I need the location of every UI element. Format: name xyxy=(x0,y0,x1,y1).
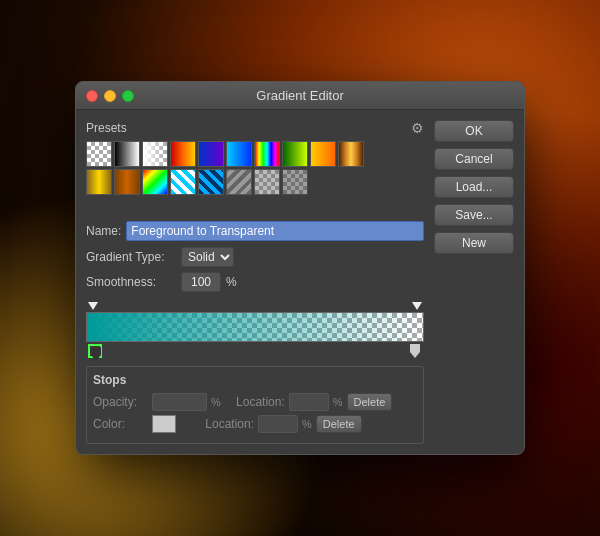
dialog-title: Gradient Editor xyxy=(256,88,343,103)
preset-swatch-dark-stripes[interactable] xyxy=(198,169,224,195)
opacity-stop-left[interactable] xyxy=(88,302,98,312)
delete-opacity-button[interactable]: Delete xyxy=(347,393,393,411)
new-button[interactable]: New xyxy=(434,232,514,254)
gradient-bar-container xyxy=(86,298,424,360)
preset-swatch-blue-purple[interactable] xyxy=(198,141,224,167)
color-stop-left-selected[interactable] xyxy=(88,344,102,358)
opacity-stop-right[interactable] xyxy=(412,302,422,312)
color-location-unit: % xyxy=(302,418,312,430)
presets-section-label: Presets ⚙ xyxy=(86,120,424,136)
titlebar: Gradient Editor xyxy=(76,82,524,110)
preset-swatch-rainbow2[interactable] xyxy=(142,169,168,195)
save-button[interactable]: Save... xyxy=(434,204,514,226)
opacity-unit: % xyxy=(211,396,221,408)
stops-title: Stops xyxy=(93,373,417,387)
minimize-button[interactable] xyxy=(104,90,116,102)
top-stops xyxy=(86,298,424,312)
opacity-location-unit: % xyxy=(333,396,343,408)
opacity-location-label: Location: xyxy=(225,395,285,409)
name-row: Name: xyxy=(86,221,424,241)
color-swatch[interactable] xyxy=(152,415,176,433)
preset-swatch-green-yellow[interactable] xyxy=(282,141,308,167)
color-stop-right[interactable] xyxy=(408,344,422,358)
preset-swatch-transparent[interactable] xyxy=(86,141,112,167)
name-label: Name: xyxy=(86,224,121,238)
bottom-stops xyxy=(86,344,424,360)
color-stop-row: Color: Location: % Delete xyxy=(93,415,417,433)
gradient-type-label: Gradient Type: xyxy=(86,250,176,264)
presets-row-2 xyxy=(86,169,424,195)
color-location-label: Location: xyxy=(194,417,254,431)
preset-swatch-stripes[interactable] xyxy=(170,169,196,195)
preset-swatch-black-white[interactable] xyxy=(114,141,140,167)
gradient-bar[interactable] xyxy=(86,312,424,342)
maximize-button[interactable] xyxy=(122,90,134,102)
stops-section: Stops Opacity: % Location: % Delete Colo… xyxy=(86,366,424,444)
gradient-type-select[interactable]: Solid xyxy=(181,247,234,267)
preset-swatch-gold[interactable] xyxy=(86,169,112,195)
gradient-type-row: Gradient Type: Solid xyxy=(86,247,424,267)
color-label: Color: xyxy=(93,417,148,431)
cancel-button[interactable]: Cancel xyxy=(434,148,514,170)
traffic-lights xyxy=(86,90,134,102)
preset-swatch-yellow-orange[interactable] xyxy=(310,141,336,167)
right-panel: OK Cancel Load... Save... New xyxy=(434,120,514,444)
presets-label: Presets xyxy=(86,121,127,135)
gear-icon[interactable]: ⚙ xyxy=(411,120,424,136)
close-button[interactable] xyxy=(86,90,98,102)
opacity-location-input[interactable] xyxy=(289,393,329,411)
preset-swatch-diagonal[interactable] xyxy=(226,169,252,195)
ok-button[interactable]: OK xyxy=(434,120,514,142)
opacity-input[interactable] xyxy=(152,393,207,411)
smoothness-unit: % xyxy=(226,275,237,289)
preset-swatch-white-transparent[interactable] xyxy=(142,141,168,167)
opacity-stop-row: Opacity: % Location: % Delete xyxy=(93,393,417,411)
presets-row-1 xyxy=(86,141,424,167)
preset-swatch-red-orange[interactable] xyxy=(170,141,196,167)
delete-color-button[interactable]: Delete xyxy=(316,415,362,433)
preset-swatch-cyan-blue[interactable] xyxy=(226,141,252,167)
gradient-editor-dialog: Gradient Editor Presets ⚙ xyxy=(75,81,525,455)
smoothness-label: Smoothness: xyxy=(86,275,176,289)
left-panel: Presets ⚙ xyxy=(86,120,424,444)
presets-spacer xyxy=(86,203,424,221)
smoothness-row: Smoothness: % xyxy=(86,272,424,292)
preset-swatch-transparent2[interactable] xyxy=(282,169,308,195)
opacity-label: Opacity: xyxy=(93,395,148,409)
preset-swatch-bronze[interactable] xyxy=(114,169,140,195)
smoothness-input[interactable] xyxy=(181,272,221,292)
preset-swatch-copper[interactable] xyxy=(338,141,364,167)
name-input[interactable] xyxy=(126,221,424,241)
load-button[interactable]: Load... xyxy=(434,176,514,198)
preset-swatch-checker[interactable] xyxy=(254,169,280,195)
dialog-body: Presets ⚙ xyxy=(76,110,524,454)
preset-swatch-rainbow[interactable] xyxy=(254,141,280,167)
color-location-input[interactable] xyxy=(258,415,298,433)
